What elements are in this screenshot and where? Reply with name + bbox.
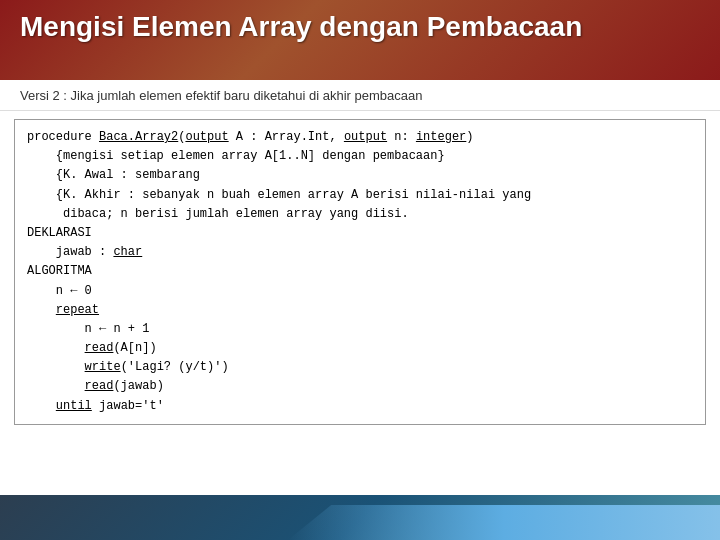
subtitle-text: Versi 2 : Jika jumlah elemen efektif bar… bbox=[20, 88, 423, 103]
code-container: procedure Baca.Array2(output A : Array.I… bbox=[14, 119, 706, 425]
code-line-12: read(A[n]) bbox=[27, 339, 693, 358]
code-line-2: {mengisi setiap elemen array A[1..N] den… bbox=[27, 147, 693, 166]
code-line-15: until jawab='t' bbox=[27, 397, 693, 416]
code-line-4: {K. Akhir : sebanyak n buah elemen array… bbox=[27, 186, 693, 205]
bottom-decoration-inner bbox=[288, 505, 720, 540]
header-area: Mengisi Elemen Array dengan Pembacaan bbox=[0, 0, 720, 80]
code-line-8: ALGORITMA bbox=[27, 262, 693, 281]
code-line-6: DEKLARASI bbox=[27, 224, 693, 243]
slide-container: Mengisi Elemen Array dengan Pembacaan Ve… bbox=[0, 0, 720, 540]
code-line-10: repeat bbox=[27, 301, 693, 320]
code-line-14: read(jawab) bbox=[27, 377, 693, 396]
subtitle-bar: Versi 2 : Jika jumlah elemen efektif bar… bbox=[0, 80, 720, 111]
code-line-3: {K. Awal : sembarang bbox=[27, 166, 693, 185]
bottom-decoration bbox=[0, 495, 720, 540]
code-line-7: jawab : char bbox=[27, 243, 693, 262]
code-line-13: write('Lagi? (y/t)') bbox=[27, 358, 693, 377]
code-line-1: procedure Baca.Array2(output A : Array.I… bbox=[27, 128, 693, 147]
code-line-9: n ← 0 bbox=[27, 282, 693, 301]
code-line-5: dibaca; n berisi jumlah elemen array yan… bbox=[27, 205, 693, 224]
code-line-11: n ← n + 1 bbox=[27, 320, 693, 339]
page-title: Mengisi Elemen Array dengan Pembacaan bbox=[20, 10, 700, 44]
